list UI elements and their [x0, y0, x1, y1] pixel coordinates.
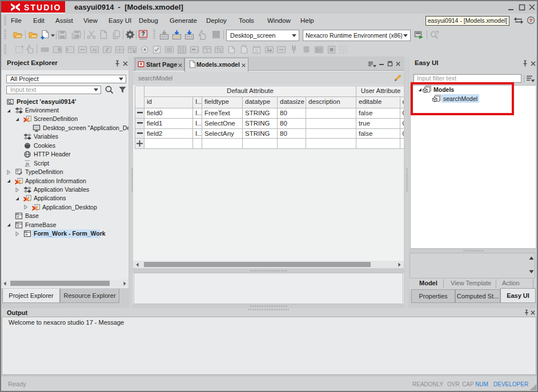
- svg-text:+: +: [197, 49, 199, 52]
- svg-text:STUDIO: STUDIO: [24, 3, 62, 12]
- svg-text:31: 31: [255, 49, 259, 52]
- svg-text:?: ?: [141, 31, 144, 37]
- svg-text:Z: Z: [105, 47, 109, 52]
- svg-text:?: ?: [529, 18, 533, 23]
- svg-text:XYZ: XYZ: [242, 45, 247, 47]
- svg-text:A|: A|: [93, 47, 97, 52]
